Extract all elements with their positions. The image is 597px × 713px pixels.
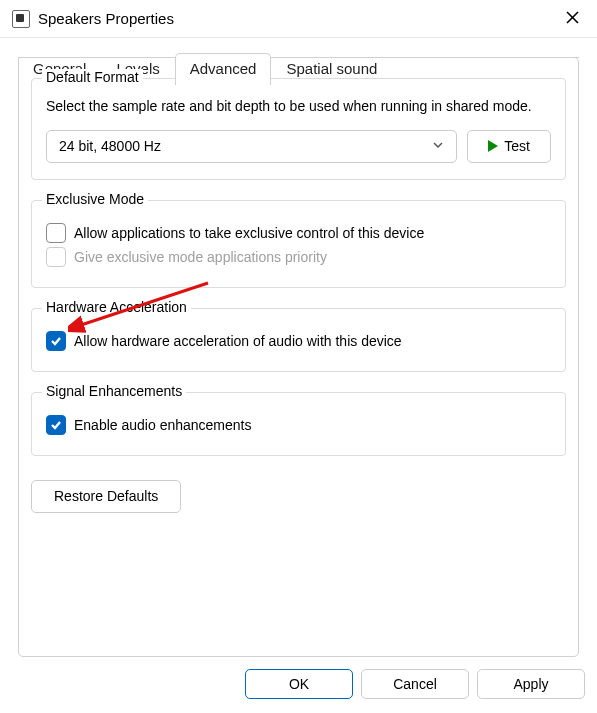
- exclusive-allow-label: Allow applications to take exclusive con…: [74, 225, 424, 241]
- checkbox-signal-enhance[interactable]: [46, 415, 66, 435]
- legend-exclusive-mode: Exclusive Mode: [42, 191, 148, 207]
- sample-rate-select[interactable]: 24 bit, 48000 Hz: [46, 130, 457, 163]
- restore-defaults-button[interactable]: Restore Defaults: [31, 480, 181, 513]
- ok-button[interactable]: OK: [245, 669, 353, 699]
- checkbox-row-exclusive-allow[interactable]: Allow applications to take exclusive con…: [46, 223, 551, 243]
- test-label: Test: [504, 138, 530, 154]
- speakers-icon: [12, 10, 30, 28]
- checkbox-exclusive-allow[interactable]: [46, 223, 66, 243]
- group-exclusive-mode: Exclusive Mode Allow applications to tak…: [31, 200, 566, 288]
- sample-rate-value: 24 bit, 48000 Hz: [59, 138, 161, 154]
- check-icon: [50, 419, 62, 431]
- default-format-description: Select the sample rate and bit depth to …: [46, 97, 551, 116]
- checkbox-row-exclusive-priority: Give exclusive mode applications priorit…: [46, 247, 551, 267]
- window-title: Speakers Properties: [38, 10, 557, 27]
- checkbox-row-signal-enhance[interactable]: Enable audio enhancements: [46, 415, 551, 435]
- tab-content: Default Format Select the sample rate an…: [18, 57, 579, 657]
- hw-accel-label: Allow hardware acceleration of audio wit…: [74, 333, 402, 349]
- dialog-footer: OK Cancel Apply: [0, 665, 597, 713]
- chevron-down-icon: [432, 138, 444, 154]
- titlebar: Speakers Properties: [0, 0, 597, 38]
- tab-underline: [18, 57, 579, 58]
- tab-advanced[interactable]: Advanced: [175, 53, 272, 85]
- checkbox-row-hw-accel[interactable]: Allow hardware acceleration of audio wit…: [46, 331, 551, 351]
- checkbox-exclusive-priority: [46, 247, 66, 267]
- legend-default-format: Default Format: [42, 69, 143, 85]
- cancel-button[interactable]: Cancel: [361, 669, 469, 699]
- group-hw-accel: Hardware Acceleration Allow hardware acc…: [31, 308, 566, 372]
- group-default-format: Default Format Select the sample rate an…: [31, 78, 566, 180]
- signal-enhance-label: Enable audio enhancements: [74, 417, 251, 433]
- apply-button[interactable]: Apply: [477, 669, 585, 699]
- exclusive-priority-label: Give exclusive mode applications priorit…: [74, 249, 327, 265]
- group-signal-enhancements: Signal Enhancements Enable audio enhance…: [31, 392, 566, 456]
- close-icon: [566, 11, 579, 24]
- check-icon: [50, 335, 62, 347]
- legend-signal-enhancements: Signal Enhancements: [42, 383, 186, 399]
- close-button[interactable]: [557, 11, 587, 27]
- legend-hw-accel: Hardware Acceleration: [42, 299, 191, 315]
- test-button[interactable]: Test: [467, 130, 551, 163]
- checkbox-hw-accel[interactable]: [46, 331, 66, 351]
- play-icon: [488, 140, 498, 152]
